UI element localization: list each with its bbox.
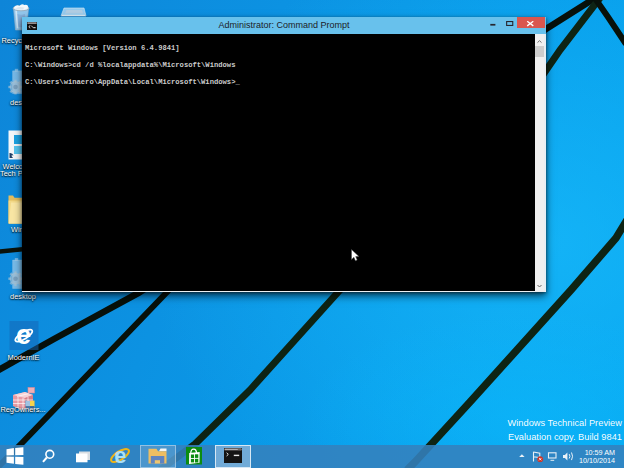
svg-text:e: e — [114, 445, 126, 466]
svg-text:e: e — [16, 320, 31, 350]
